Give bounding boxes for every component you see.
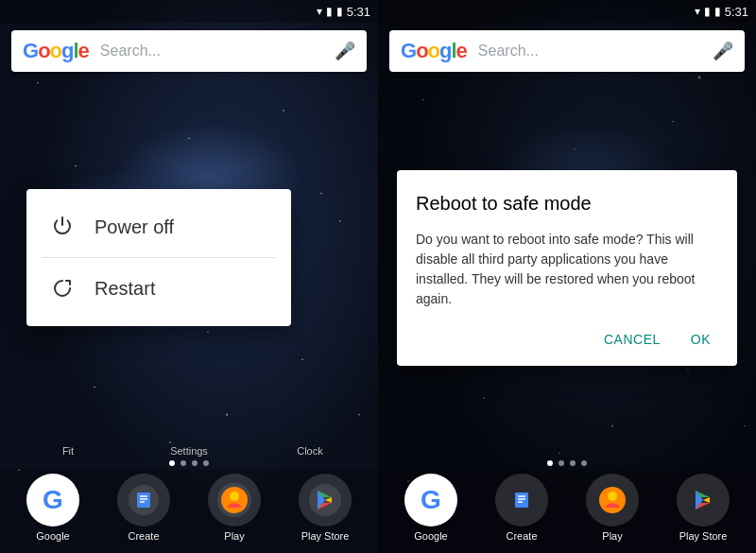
google-app-icon-left: G (26, 474, 79, 527)
power-menu: Power off Restart (26, 189, 291, 326)
dock-item-create-left[interactable]: Create (117, 474, 170, 542)
dot-1 (169, 460, 175, 466)
google-logo-left: Google (23, 39, 89, 63)
signal-icon: ▮ (326, 5, 333, 18)
dialog-buttons: CANCEL OK (416, 328, 718, 351)
dot-r1 (547, 460, 553, 466)
google-logo-right: Google (401, 39, 467, 63)
dialog-title: Reboot to safe mode (416, 193, 718, 215)
safe-mode-dialog: Reboot to safe mode Do you want to reboo… (397, 170, 737, 366)
google-dock-label-left: Google (36, 530, 69, 542)
battery-icon: ▮ (336, 5, 343, 18)
wifi-icon: ▾ (317, 5, 322, 18)
svg-point-7 (230, 492, 239, 501)
svg-point-15 (608, 492, 617, 501)
label-fit: Fit (35, 445, 101, 457)
dock-area-right: G Google Create (378, 457, 756, 553)
cancel-button[interactable]: CANCEL (596, 328, 668, 351)
dock-icons-left: G Google Create (0, 470, 378, 553)
time-right: 5:31 (725, 5, 748, 19)
create-app-icon-right (495, 474, 548, 527)
svg-rect-1 (137, 493, 150, 508)
play-dock-label-right: Play (602, 530, 622, 542)
dock-item-playstore-right[interactable]: Play Store (677, 474, 730, 542)
dot-r3 (570, 460, 576, 466)
dock-item-google-right[interactable]: G Google (404, 474, 457, 542)
search-bar-left[interactable]: Google Search... 🎤 (11, 30, 367, 72)
left-screen: ▾ ▮ ▮ 5:31 Google Search... 🎤 Power off (0, 0, 378, 553)
search-placeholder-right: Search... (478, 43, 713, 60)
restart-icon (49, 275, 76, 302)
power-off-label: Power off (94, 216, 174, 238)
restart-label: Restart (94, 278, 155, 300)
play-app-icon-right (586, 474, 639, 527)
dot-2 (180, 460, 186, 466)
label-settings: Settings (156, 445, 222, 457)
dock-item-play-left[interactable]: Play (208, 474, 261, 542)
time-left: 5:31 (347, 5, 370, 19)
status-bar-right: ▾ ▮ ▮ 5:31 (378, 0, 756, 23)
playstore-app-icon-right (677, 474, 730, 527)
dot-4 (203, 460, 209, 466)
playstore-dock-label-left: Play Store (301, 530, 350, 542)
dock-item-play-right[interactable]: Play (586, 474, 639, 542)
page-dots-right (378, 457, 756, 470)
power-off-item[interactable]: Power off (26, 197, 291, 257)
wifi-icon-right: ▾ (695, 5, 700, 18)
right-screen: ▾ ▮ ▮ 5:31 Google Search... 🎤 Reboot to … (378, 0, 756, 553)
create-dock-label-right: Create (506, 530, 537, 542)
dock-area-left: Fit Settings Clock G Google (0, 443, 378, 553)
search-placeholder-left: Search... (100, 43, 335, 60)
google-app-icon-right: G (404, 474, 457, 527)
dot-3 (192, 460, 198, 466)
signal-icon-right: ▮ (704, 5, 711, 18)
mic-icon-right[interactable]: 🎤 (713, 41, 733, 61)
page-dots-left (0, 457, 378, 470)
dock-item-google-left[interactable]: G Google (26, 474, 79, 542)
create-dock-label-left: Create (128, 530, 159, 542)
status-bar-right-icons: ▾ ▮ ▮ 5:31 (695, 5, 748, 19)
status-bar-right: ▾ ▮ ▮ 5:31 (317, 5, 370, 19)
label-clock: Clock (277, 445, 343, 457)
playstore-dock-label-right: Play Store (679, 530, 728, 542)
bottom-labels-left: Fit Settings Clock (0, 443, 378, 457)
google-dock-label-right: Google (414, 530, 447, 542)
playstore-app-icon-left (299, 474, 352, 527)
restart-item[interactable]: Restart (26, 258, 291, 319)
dock-icons-right: G Google Create (378, 470, 756, 553)
mic-icon-left[interactable]: 🎤 (335, 41, 355, 61)
dot-r2 (558, 460, 564, 466)
play-dock-label-left: Play (224, 530, 244, 542)
create-app-icon-left (117, 474, 170, 527)
status-bar-left: ▾ ▮ ▮ 5:31 (0, 0, 378, 23)
svg-rect-10 (515, 493, 528, 508)
dialog-body: Do you want to reboot into safe mode? Th… (416, 230, 718, 309)
dock-item-create-right[interactable]: Create (495, 474, 548, 542)
search-bar-right[interactable]: Google Search... 🎤 (389, 30, 745, 72)
play-app-icon-left (208, 474, 261, 527)
dock-item-playstore-left[interactable]: Play Store (299, 474, 352, 542)
ok-button[interactable]: OK (683, 328, 718, 351)
power-icon (49, 214, 76, 240)
dot-r4 (581, 460, 587, 466)
battery-icon-right: ▮ (714, 5, 721, 18)
